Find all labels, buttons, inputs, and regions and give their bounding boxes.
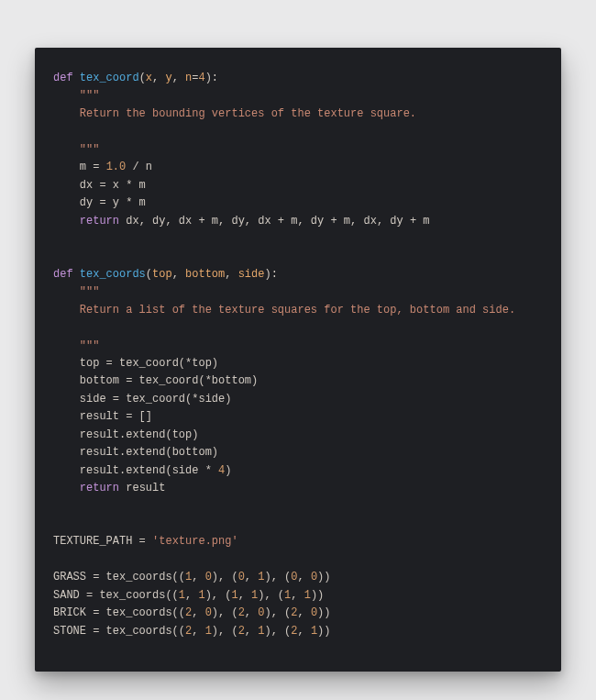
param-bottom: bottom [185, 268, 225, 281]
num: 1 [304, 589, 311, 602]
sep: , [192, 571, 204, 583]
code-line: dy = y * m [80, 196, 146, 209]
num: 2 [238, 625, 245, 638]
code-block: def tex_coord(x, y, n=4): """ Return the… [53, 70, 543, 640]
num: 1 [179, 589, 185, 602]
num: 0 [311, 606, 317, 619]
fn-name: tex_coords [80, 268, 146, 281]
sep: , [185, 589, 198, 602]
code-line: result = [] [80, 410, 152, 423]
docstring-text: Return the bounding vertices of the text… [80, 107, 416, 120]
sep: , [245, 606, 258, 619]
sep: , [238, 589, 251, 602]
comma: , [225, 268, 237, 281]
code-card: def tex_coord(x, y, n=4): """ Return the… [35, 48, 561, 672]
code-line: m = [80, 161, 106, 173]
code-line: / n [126, 161, 152, 173]
end: )) [311, 589, 324, 602]
code-line: dx = x * m [80, 179, 146, 192]
texture-path-lhs: TEXTURE_PATH = [53, 535, 152, 548]
end: )) [317, 625, 330, 638]
param-y: y [165, 72, 171, 84]
num: 0 [205, 571, 212, 583]
stone-lhs: STONE = tex_coords(( [53, 625, 185, 638]
brick-lhs: BRICK = tex_coords(( [53, 606, 185, 619]
num: 0 [311, 571, 317, 583]
num: 1.0 [106, 161, 127, 173]
num: 1 [198, 589, 204, 602]
sep: , [291, 589, 304, 602]
param-x: x [146, 72, 152, 84]
kw-return: return [80, 482, 119, 494]
num: 1 [311, 625, 317, 638]
sep: , [297, 606, 310, 619]
code-line: result.extend(bottom) [80, 446, 218, 459]
docstring-open: """ [80, 285, 100, 298]
sep: ), ( [212, 606, 238, 619]
sep: ), ( [212, 625, 238, 638]
sep: , [297, 571, 310, 583]
code-line: bottom = tex_coord(*bottom) [80, 374, 258, 387]
comma: , [152, 72, 165, 84]
code-line: result [119, 482, 165, 494]
sep: , [245, 625, 258, 638]
sep: ), ( [264, 571, 291, 583]
sep: , [297, 625, 310, 638]
num: 1 [205, 625, 212, 638]
docstring-close: """ [80, 339, 100, 352]
code-line: dx, dy, dx + m, dy, dx + m, dy + m, dx, … [119, 215, 429, 228]
fn-name: tex_coord [80, 72, 139, 84]
paren-close: ): [264, 268, 277, 281]
code-line: top = tex_coord(*top) [80, 357, 218, 370]
code-line: result.extend(top) [80, 428, 199, 441]
sep: ), ( [258, 589, 284, 602]
sep: , [192, 625, 204, 638]
kw-def: def [53, 72, 73, 84]
code-line: result.extend(side * [80, 464, 218, 477]
sep: , [245, 571, 258, 583]
comma: , [172, 268, 185, 281]
sep: ), ( [205, 589, 232, 602]
grass-lhs: GRASS = tex_coords(( [53, 571, 185, 583]
param-side: side [238, 268, 265, 281]
kw-return: return [80, 215, 119, 228]
paren-close: ): [205, 72, 218, 84]
comma: , [172, 72, 185, 84]
code-line: side = tex_coord(*side) [80, 393, 232, 406]
num: 2 [238, 606, 245, 619]
docstring-text: Return a list of the texture squares for… [80, 304, 515, 317]
end: )) [317, 571, 330, 583]
sep: ), ( [264, 625, 291, 638]
paren: ( [139, 72, 146, 84]
code-line: ) [225, 464, 231, 477]
num: 1 [231, 589, 237, 602]
texture-path-string: 'texture.png' [152, 535, 238, 548]
sep: ), ( [212, 571, 238, 583]
paren: ( [146, 268, 152, 281]
docstring-close: """ [80, 143, 100, 156]
sand-lhs: SAND = tex_coords(( [53, 589, 179, 602]
num: 0 [238, 571, 245, 583]
num: 0 [205, 606, 212, 619]
param-top: top [152, 268, 172, 281]
end: )) [317, 606, 330, 619]
sep: , [192, 606, 204, 619]
kw-def: def [53, 268, 73, 281]
sep: ), ( [264, 606, 291, 619]
num-4: 4 [198, 72, 204, 84]
docstring-open: """ [80, 89, 100, 102]
